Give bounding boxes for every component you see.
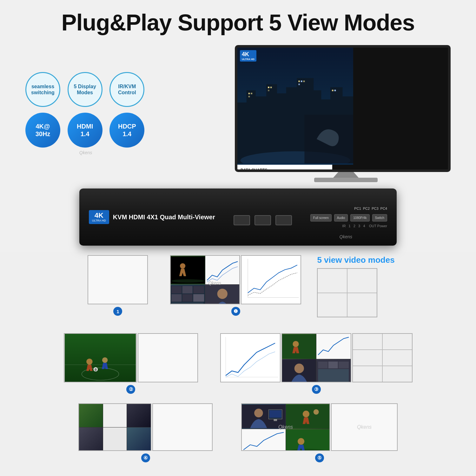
modes-row-1: 1 [19,255,457,317]
svg-point-57 [294,364,304,373]
mode-label-grid: 5 view video modes [317,255,394,317]
header-section: Plug&Play Support 5 View Modes [0,0,476,42]
svg-rect-19 [298,81,300,82]
mode-2-graph [241,255,301,304]
usb-port-3 [275,215,292,225]
mode-5-collage: Qkens [241,403,330,451]
bubble-4k30: 4K@30Hz [25,113,60,148]
mode-2-layout [170,255,301,304]
svg-rect-59 [318,362,327,369]
mode-1-number: 1 [113,307,122,316]
mode-4-right [152,403,213,451]
svg-rect-66 [269,410,281,418]
collage-cell-3 [171,285,205,304]
svg-rect-41 [242,256,301,304]
mode-1-layout [88,255,148,304]
collage-cell-2 [205,256,240,284]
svg-point-74 [298,438,304,445]
device-watermark: Qkens [340,234,352,239]
pc4-label: PC4 [380,207,387,210]
mode-3-right-grid [352,333,413,382]
mode-watermark-1: Qkens [208,281,221,286]
top-section: seamless switching 5 Display Modes IR/KV… [0,42,476,188]
mode-4-layout [78,403,213,451]
svg-point-54 [293,341,299,347]
svg-point-28 [172,279,204,283]
device-ports-label: IR 1 2 3 4 OUT Power [342,224,387,228]
mode-5b-number: ⑤ [315,453,324,462]
svg-rect-20 [301,81,302,82]
five-modes-section: 1 [0,252,476,462]
svg-rect-67 [274,419,277,421]
mode-4-grid [317,268,377,317]
tv-container: 4K ULTRA HD [235,45,457,182]
svg-rect-5 [266,84,277,163]
device-model-label: KVM HDMI 4X1 Quad Multi-Viewer [113,214,215,221]
modes-row-2: ② [19,333,457,394]
device-4k-badge: 4K ULTRA HD [89,210,109,224]
device-left: 4K ULTRA HD KVM HDMI 4X1 Quad Multi-View… [89,210,215,224]
usb-port-2 [255,215,271,225]
tv-screen: 4K ULTRA HD [235,45,451,172]
svg-rect-61 [339,362,349,369]
tv-4k-badge: 4K ULTRA HD [240,50,256,62]
mode-5-main-img [64,333,137,382]
resolution-button[interactable]: 1080P/4k [350,214,369,221]
svg-rect-36 [182,294,193,302]
grid-cell-4 [347,293,377,317]
device-brand: 4K ULTRA HD KVM HDMI 4X1 Quad Multi-View… [89,210,215,224]
fullscreen-button[interactable]: Full screen [310,214,332,221]
svg-rect-50 [221,334,280,382]
switch-button[interactable]: Switch [372,214,387,221]
mode-4-number: ④ [141,453,150,462]
mode-5-right [138,333,198,382]
device-box: 4K ULTRA HD KVM HDMI 4X1 Quad Multi-View… [79,188,397,246]
mode-2-collage [170,255,240,304]
device-section: 4K ULTRA HD KVM HDMI 4X1 Quad Multi-View… [0,188,476,252]
mode-3-number: ③ [312,385,321,394]
device-ports [234,215,292,225]
bubble-irkvm: IR/KVM Control [109,72,144,107]
mode-5-layout: Qkens Qkens [241,403,398,451]
page: Plug&Play Support 5 View Modes seamless … [0,0,476,476]
svg-rect-33 [182,286,193,294]
svg-point-48 [102,357,108,363]
mode-5-blank: Qkens [331,403,398,451]
tv-data-charts-title: DATA CHARTS [241,168,329,172]
collage-cell-1 [171,256,205,284]
mode-5-number: ② [126,385,135,394]
watermark-bubbles: Qkens [79,150,92,155]
tv-right-panel: DATA CHARTS 1 25% 2 [237,165,332,172]
bubble-display-modes: 5 Display Modes [68,72,102,107]
svg-point-29 [180,263,185,269]
svg-rect-44 [64,334,136,382]
mode-3-wrapper: ③ [220,333,413,394]
mode-3-collage [281,333,351,382]
svg-rect-14 [251,93,252,94]
svg-rect-16 [268,87,269,88]
city-scene-svg [237,48,353,163]
bubble-hdcp: HDCP1.4 [109,113,144,148]
mode-4-wrapper: ④ [78,403,213,462]
grid-cell-1 [318,269,347,293]
five-view-label: 5 view video modes [317,255,394,265]
pc3-label: PC3 [372,207,378,210]
svg-point-64 [254,409,263,418]
svg-rect-62 [318,369,349,382]
tv-stand [235,172,457,182]
pc-labels: PC1 PC2 PC3 PC4 [354,207,387,210]
usb-port-1 [234,215,250,225]
mode-2-wrapper: Qkens ❶ [170,255,301,316]
svg-point-47 [86,359,92,365]
collage-cell-4 [205,285,240,304]
svg-rect-24 [334,90,336,91]
page-title: Plug&Play Support 5 View Modes [6,10,470,36]
pc2-label: PC2 [363,207,370,210]
svg-point-69 [302,411,309,417]
svg-rect-53 [282,334,316,358]
audio-button[interactable]: Audio [334,214,348,221]
mode-5-wrapper: ② [64,333,198,394]
grid-cell-2 [347,269,377,293]
mode5-watermark-2: Qkens [357,424,372,430]
mode-4-collage [78,403,151,451]
